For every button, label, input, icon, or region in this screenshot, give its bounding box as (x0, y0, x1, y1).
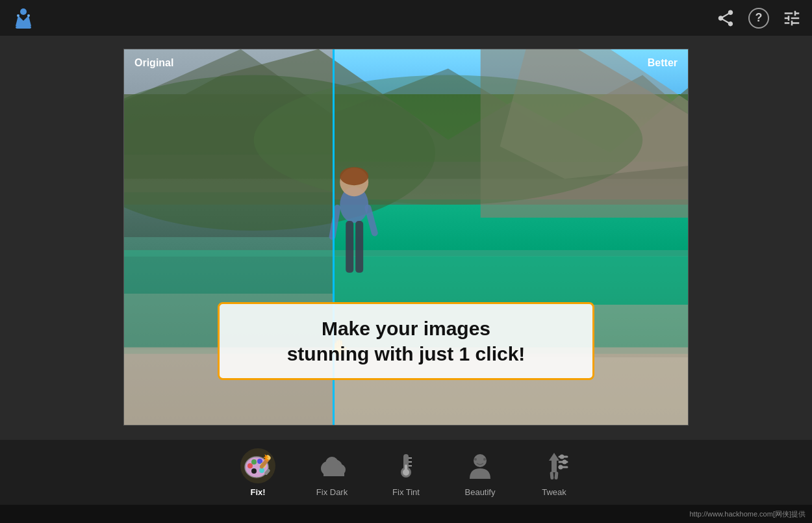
svg-point-30 (251, 468, 257, 474)
status-url: http://www.hackhome.com[网侠]提供 (690, 509, 806, 519)
image-container[interactable]: ✋ Original Better Make your images stunn… (123, 49, 689, 426)
app-logo-icon (10, 5, 36, 31)
tweak-label: Tweak (542, 487, 566, 497)
svg-point-56 (563, 459, 567, 464)
tool-fix[interactable]: Fix! (240, 448, 275, 497)
svg-point-26 (251, 459, 257, 465)
svg-marker-50 (549, 453, 559, 465)
topbar-right: ? (716, 8, 802, 29)
beautify-icon (463, 448, 498, 483)
fix-icon (240, 448, 275, 483)
svg-point-57 (559, 465, 563, 469)
svg-point-18 (340, 167, 368, 185)
svg-rect-59 (554, 471, 558, 479)
topbar-left (10, 5, 36, 31)
fix-tint-icon (388, 448, 424, 483)
tool-fix-dark[interactable]: Fix Dark (314, 448, 349, 497)
svg-rect-51 (552, 465, 557, 472)
svg-point-5 (27, 14, 30, 17)
svg-rect-58 (550, 471, 553, 479)
fix-dark-label: Fix Dark (316, 487, 348, 497)
svg-point-29 (259, 468, 264, 473)
promo-text: Make your images stunning with just 1 cl… (239, 316, 573, 366)
tool-fix-tint[interactable]: Fix Tint (388, 448, 424, 497)
svg-rect-3 (16, 26, 31, 29)
better-label: Better (648, 57, 678, 69)
svg-point-1 (20, 8, 27, 15)
fix-tint-label: Fix Tint (392, 487, 420, 497)
svg-point-25 (247, 463, 253, 468)
svg-point-49 (483, 458, 486, 461)
tweak-icon (537, 448, 572, 483)
svg-point-55 (560, 454, 565, 459)
svg-point-4 (17, 14, 19, 17)
tool-tweak[interactable]: Tweak (537, 448, 572, 497)
settings-icon[interactable] (782, 8, 802, 28)
tool-beautify[interactable]: Beautify (463, 448, 498, 497)
svg-rect-20 (355, 221, 363, 273)
status-bar: http://www.hackhome.com[网侠]提供 (0, 505, 812, 523)
toolbar: Fix! Fix Dark (0, 440, 812, 505)
promo-overlay: Make your images stunning with just 1 cl… (218, 302, 594, 380)
svg-rect-39 (324, 468, 344, 476)
fix-dark-icon (314, 448, 349, 483)
svg-point-12 (254, 75, 643, 205)
main-image-area: ✋ Original Better Make your images stunn… (0, 36, 812, 439)
share-icon[interactable] (716, 8, 735, 28)
svg-point-46 (403, 469, 409, 476)
svg-rect-14 (124, 250, 688, 257)
original-label: Original (134, 57, 173, 69)
fix-label: Fix! (250, 487, 265, 497)
svg-point-38 (325, 457, 338, 470)
svg-rect-19 (346, 221, 353, 273)
svg-point-48 (474, 458, 477, 461)
beautify-label: Beautify (465, 487, 496, 497)
topbar: ? (0, 0, 812, 36)
help-icon[interactable]: ? (748, 8, 769, 29)
